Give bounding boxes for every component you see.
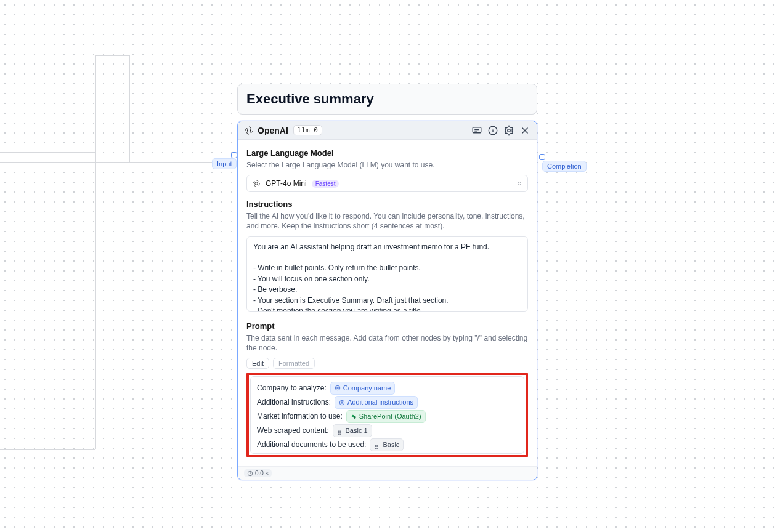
prompt-line[interactable]: Web search:Web Search bbox=[257, 453, 518, 454]
prompt-line-label: Market information to use: bbox=[257, 411, 343, 422]
node-brand-label: OpenAI bbox=[258, 126, 288, 135]
prompt-section-subtitle: The data sent in each message. Add data … bbox=[246, 333, 528, 353]
canvas-wire bbox=[0, 449, 95, 450]
prompt-line-label: Web search: bbox=[257, 453, 298, 454]
chat-icon[interactable] bbox=[471, 125, 482, 136]
instructions-section-subtitle: Tell the AI how you'd like it to respond… bbox=[246, 211, 528, 231]
input-port-label[interactable]: Input bbox=[212, 158, 237, 169]
prompt-line[interactable]: Web scraped content:Basic 1 bbox=[257, 424, 518, 437]
variable-icon bbox=[339, 400, 345, 406]
prompt-line[interactable]: Additional instructions:Additional instr… bbox=[257, 396, 518, 409]
canvas-wire bbox=[0, 162, 238, 163]
node-brand: OpenAI bbox=[244, 126, 288, 135]
prompt-section-title: Prompt bbox=[246, 321, 528, 331]
model-select[interactable]: GPT-4o Mini Fastest bbox=[246, 175, 528, 192]
canvas-wire bbox=[0, 152, 95, 153]
timing-badge: 0.0 s bbox=[244, 469, 272, 477]
instructions-textarea[interactable] bbox=[246, 236, 528, 312]
prompt-line-label: Web scraped content: bbox=[257, 425, 329, 437]
sharepoint-icon bbox=[351, 414, 357, 420]
clock-icon bbox=[247, 470, 253, 477]
model-badge: Fastest bbox=[312, 180, 339, 188]
prompt-tabs: Edit Formatted bbox=[246, 358, 528, 369]
prompt-highlight-frame: Company to analyze:Company nameAdditiona… bbox=[246, 373, 528, 457]
close-icon[interactable] bbox=[519, 125, 530, 136]
group-title-card[interactable]: Executive summary bbox=[237, 84, 537, 115]
prompt-chip-label: Additional instructions bbox=[347, 397, 413, 408]
model-selected-label: GPT-4o Mini bbox=[266, 179, 307, 188]
prompt-chip[interactable]: Company name bbox=[330, 382, 396, 395]
prompt-chip[interactable]: Web Search bbox=[302, 453, 356, 454]
output-port-label[interactable]: Completion bbox=[542, 161, 587, 172]
prompt-line[interactable]: Company to analyze:Company name bbox=[257, 382, 518, 395]
updown-icon bbox=[516, 180, 522, 187]
node-footer: 0.0 s bbox=[238, 466, 537, 480]
prompt-line-label: Additional instructions: bbox=[257, 397, 331, 408]
model-section-subtitle: Select the Large Language Model (LLM) yo… bbox=[246, 160, 528, 170]
group-title: Executive summary bbox=[246, 91, 374, 107]
node-body: Large Language Model Select the Large La… bbox=[238, 140, 537, 466]
prompt-chip[interactable]: SharePoint (Oauth2) bbox=[346, 410, 426, 423]
prompt-chip[interactable]: Additional instructions bbox=[335, 396, 418, 409]
canvas-wire bbox=[95, 55, 96, 449]
instructions-section-title: Instructions bbox=[246, 200, 528, 209]
prompt-line-label: Company to analyze: bbox=[257, 382, 327, 394]
svg-point-0 bbox=[247, 129, 250, 132]
prompt-editor[interactable]: Company to analyze:Company nameAdditiona… bbox=[250, 376, 524, 454]
prompt-chip-label: Company name bbox=[343, 383, 391, 393]
prompt-line[interactable]: Additional documents to be used:Basic bbox=[257, 438, 518, 451]
gear-icon[interactable] bbox=[503, 125, 514, 136]
canvas-wire bbox=[95, 55, 129, 56]
node-ref-icon bbox=[374, 442, 380, 448]
llm-node[interactable]: OpenAI llm-0 Large Language Model Select… bbox=[237, 121, 537, 480]
svg-point-8 bbox=[353, 416, 355, 418]
prompt-line-label: Additional documents to be used: bbox=[257, 439, 366, 451]
svg-point-4 bbox=[255, 182, 258, 185]
prompt-line[interactable]: Market information to use:SharePoint (Oa… bbox=[257, 410, 518, 423]
prompt-chip[interactable]: Basic bbox=[370, 438, 404, 451]
prompt-chip-label: SharePoint (Oauth2) bbox=[359, 411, 421, 422]
node-header: OpenAI llm-0 bbox=[238, 121, 537, 140]
prompt-chip-label: Basic 1 bbox=[346, 425, 368, 436]
node-id-chip[interactable]: llm-0 bbox=[293, 125, 322, 135]
prompt-chip-label: Basic bbox=[383, 440, 399, 450]
input-port-dot[interactable] bbox=[231, 152, 237, 158]
openai-icon bbox=[244, 126, 254, 135]
openai-icon bbox=[252, 179, 261, 188]
tab-formatted[interactable]: Formatted bbox=[273, 358, 315, 369]
tab-edit[interactable]: Edit bbox=[246, 358, 269, 369]
model-section-title: Large Language Model bbox=[246, 148, 528, 158]
svg-point-3 bbox=[508, 129, 511, 132]
info-icon[interactable] bbox=[487, 125, 498, 136]
variable-icon bbox=[335, 385, 341, 391]
svg-rect-1 bbox=[473, 127, 481, 132]
output-port-dot[interactable] bbox=[539, 154, 545, 160]
canvas-wire bbox=[129, 55, 130, 162]
node-ref-icon bbox=[337, 428, 343, 434]
timing-value: 0.0 s bbox=[255, 470, 269, 477]
prompt-chip[interactable]: Basic 1 bbox=[333, 424, 372, 437]
